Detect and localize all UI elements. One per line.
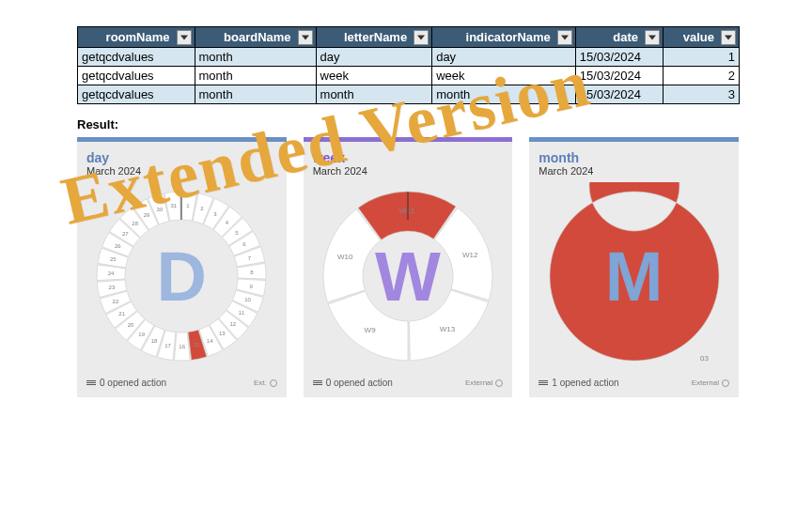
ext-label: Ext. bbox=[254, 379, 267, 387]
svg-marker-0 bbox=[180, 36, 188, 40]
col-boardName: boardName bbox=[195, 27, 316, 48]
svg-text:23: 23 bbox=[109, 285, 116, 290]
card-subtitle: March 2024 bbox=[86, 165, 277, 177]
cell: 15/03/2024 bbox=[575, 67, 663, 85]
cell: week bbox=[432, 67, 576, 85]
hamburger-icon bbox=[539, 380, 548, 385]
card-topbar bbox=[77, 137, 287, 142]
cell: day bbox=[432, 48, 576, 67]
card-week: week March 2024 W9W10W11W12W13 W 0 opene… bbox=[304, 137, 513, 397]
svg-text:24: 24 bbox=[108, 270, 115, 276]
col-indicatorName: indicatorName bbox=[432, 27, 576, 48]
table-row: getqcdvalues month week week 15/03/2024 … bbox=[78, 67, 740, 85]
svg-text:11: 11 bbox=[239, 310, 245, 316]
svg-text:W13: W13 bbox=[440, 325, 456, 333]
ext-label: External bbox=[465, 379, 492, 387]
filter-icon[interactable] bbox=[721, 30, 736, 45]
svg-text:18: 18 bbox=[151, 338, 158, 344]
card-title: day bbox=[86, 150, 277, 165]
filter-icon[interactable] bbox=[177, 30, 192, 45]
cell: week bbox=[316, 67, 432, 85]
col-value: value bbox=[664, 27, 740, 48]
svg-text:21: 21 bbox=[119, 311, 126, 317]
external-control[interactable]: Ext. bbox=[254, 379, 277, 387]
svg-marker-3 bbox=[561, 36, 569, 40]
external-control[interactable]: External bbox=[692, 379, 729, 387]
day-radial-chart: 1234567891011121314151617181920212223242… bbox=[87, 182, 275, 370]
svg-text:17: 17 bbox=[165, 343, 172, 348]
svg-marker-5 bbox=[725, 36, 732, 40]
cell: day bbox=[316, 48, 432, 67]
svg-text:29: 29 bbox=[144, 212, 150, 218]
cell: 2 bbox=[664, 67, 740, 85]
svg-text:30: 30 bbox=[157, 207, 164, 212]
svg-text:13: 13 bbox=[219, 331, 226, 336]
card-title: month bbox=[539, 150, 729, 165]
card-month: month March 2024 03 M 1 opened action Ex… bbox=[529, 137, 739, 397]
col-letterName: letterName bbox=[316, 27, 432, 48]
table-row: getqcdvalues month day day 15/03/2024 1 bbox=[78, 48, 740, 67]
opened-action[interactable]: 0 opened action bbox=[313, 378, 393, 388]
cell: getqcdvalues bbox=[78, 67, 195, 85]
svg-text:14: 14 bbox=[207, 338, 213, 344]
col-roomName: roomName bbox=[78, 27, 195, 48]
opened-action[interactable]: 0 opened action bbox=[86, 378, 166, 388]
cell: 1 bbox=[664, 48, 740, 67]
svg-text:16: 16 bbox=[180, 344, 186, 349]
table-header-row: roomName boardName letterName indicatorN… bbox=[78, 27, 740, 48]
radio-icon bbox=[495, 379, 503, 387]
card-subtitle: March 2024 bbox=[539, 165, 729, 177]
filter-icon[interactable] bbox=[414, 30, 429, 45]
cell: 3 bbox=[664, 85, 740, 104]
cell: month bbox=[195, 48, 316, 67]
svg-text:W10: W10 bbox=[337, 253, 353, 261]
card-topbar bbox=[529, 137, 739, 142]
svg-text:20: 20 bbox=[128, 322, 134, 328]
radio-icon bbox=[722, 379, 729, 387]
cell: month bbox=[316, 85, 432, 104]
filter-icon[interactable] bbox=[645, 30, 660, 45]
col-date: date bbox=[575, 27, 663, 48]
svg-text:15: 15 bbox=[194, 342, 200, 348]
svg-text:31: 31 bbox=[171, 203, 178, 209]
cell: getqcdvalues bbox=[78, 85, 195, 104]
data-table: roomName boardName letterName indicatorN… bbox=[77, 26, 740, 104]
svg-text:W11: W11 bbox=[399, 207, 415, 215]
svg-marker-2 bbox=[417, 36, 425, 40]
svg-text:10: 10 bbox=[245, 297, 252, 302]
svg-text:19: 19 bbox=[139, 332, 146, 337]
cell: getqcdvalues bbox=[78, 48, 195, 67]
card-day: day March 2024 1234567891011121314151617… bbox=[77, 137, 287, 397]
month-radial-chart: 03 M bbox=[540, 182, 728, 370]
opened-action[interactable]: 1 opened action bbox=[539, 378, 618, 388]
svg-text:27: 27 bbox=[122, 231, 129, 237]
hamburger-icon bbox=[86, 380, 96, 385]
filter-icon[interactable] bbox=[557, 30, 572, 45]
card-subtitle: March 2024 bbox=[313, 165, 504, 177]
cell: 15/03/2024 bbox=[575, 85, 663, 104]
opened-action-text: 0 opened action bbox=[326, 378, 393, 388]
svg-marker-4 bbox=[648, 36, 656, 40]
svg-text:22: 22 bbox=[113, 299, 119, 304]
result-label: Result: bbox=[77, 117, 739, 131]
external-control[interactable]: External bbox=[465, 379, 503, 387]
radio-icon bbox=[270, 379, 277, 387]
table-row: getqcdvalues month month month 15/03/202… bbox=[78, 85, 740, 104]
svg-text:26: 26 bbox=[115, 243, 121, 249]
cell: month bbox=[195, 85, 316, 104]
cell: month bbox=[432, 85, 576, 104]
svg-text:28: 28 bbox=[133, 221, 139, 226]
svg-text:12: 12 bbox=[230, 321, 237, 327]
ext-label: External bbox=[692, 379, 719, 387]
hamburger-icon bbox=[313, 380, 322, 385]
opened-action-text: 1 opened action bbox=[552, 378, 618, 388]
svg-text:25: 25 bbox=[110, 256, 117, 262]
card-title: week bbox=[313, 150, 504, 165]
cards-row: day March 2024 1234567891011121314151617… bbox=[77, 137, 739, 397]
cell: month bbox=[195, 67, 316, 85]
filter-icon[interactable] bbox=[298, 30, 313, 45]
opened-action-text: 0 opened action bbox=[100, 378, 166, 388]
svg-text:W9: W9 bbox=[365, 326, 377, 334]
week-radial-chart: W9W10W11W12W13 W bbox=[314, 182, 502, 370]
svg-text:03: 03 bbox=[700, 354, 709, 363]
